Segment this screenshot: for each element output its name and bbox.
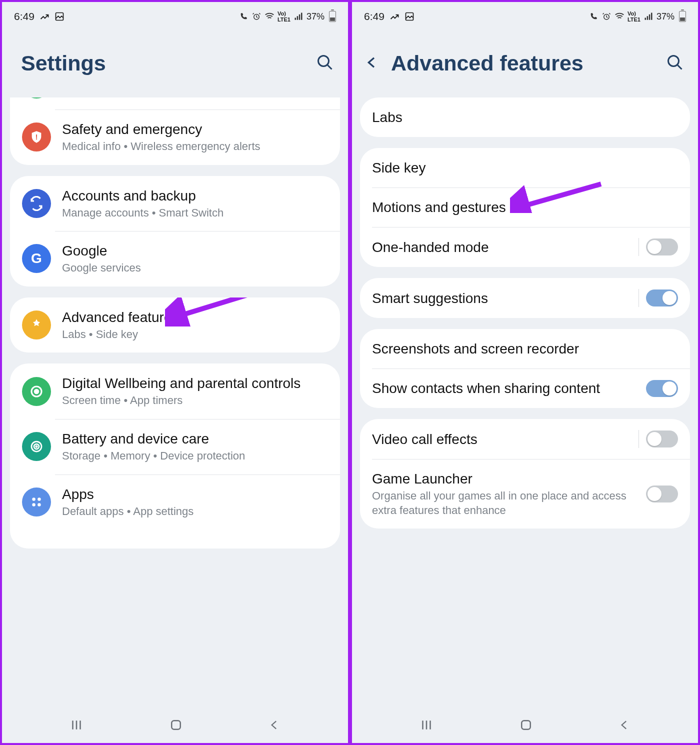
svg-point-10 <box>38 498 41 501</box>
signal-icon <box>644 12 654 22</box>
adv-item-showcontacts[interactable]: Show contacts when sharing content <box>360 368 690 408</box>
apps-icon <box>22 488 51 516</box>
nav-recents[interactable] <box>69 718 84 734</box>
adv-item-title: One-handed mode <box>372 238 638 256</box>
call-icon <box>238 12 248 22</box>
alarm-icon <box>602 12 612 22</box>
adv-item-sub: Organise all your games all in one place… <box>372 489 646 518</box>
svg-point-2 <box>318 56 329 66</box>
settings-item-accounts[interactable]: Accounts and backup Manage accounts • Sm… <box>10 176 340 232</box>
toggle-showcontacts[interactable] <box>646 380 678 397</box>
wellbeing-icon <box>22 377 51 406</box>
settings-list: Location requests ! Safety and emergency… <box>2 98 348 709</box>
page-title: Advanced features <box>391 51 666 76</box>
svg-point-11 <box>32 503 36 506</box>
advanced-list: Labs Side key Motions and gestures One-h… <box>352 98 698 709</box>
adv-item-smart[interactable]: Smart suggestions <box>360 278 690 318</box>
settings-group-4: Digital Wellbeing and parental controls … <box>10 364 340 548</box>
adv-item-gamelauncher[interactable]: Game Launcher Organise all your games al… <box>360 459 690 528</box>
nav-back[interactable] <box>618 718 631 734</box>
settings-item-advanced[interactable]: Advanced features Labs • Side key <box>10 298 340 353</box>
settings-item-location[interactable]: Location requests <box>10 98 340 110</box>
adv-item-motions[interactable]: Motions and gestures <box>360 188 690 227</box>
adv-item-title: Screenshots and screen recorder <box>372 340 678 358</box>
adv-item-video[interactable]: Video call effects <box>360 419 690 459</box>
safety-icon: ! <box>22 122 51 152</box>
settings-item-title: Accounts and backup <box>62 187 328 204</box>
page-title: Settings <box>21 51 316 76</box>
accounts-icon <box>22 189 51 218</box>
call-icon <box>588 12 598 22</box>
settings-item-safety[interactable]: ! Safety and emergency Medical info • Wi… <box>10 110 340 165</box>
picture-icon <box>404 12 414 22</box>
adv-group-5: Video call effects Game Launcher Organis… <box>360 419 690 528</box>
status-time: 6:49 <box>364 10 384 22</box>
settings-item-sub: Screen time • App timers <box>62 394 328 408</box>
svg-point-8 <box>36 446 38 448</box>
status-time: 6:49 <box>14 10 34 22</box>
settings-group-2: Accounts and backup Manage accounts • Sm… <box>10 176 340 286</box>
settings-item-sub: Default apps • App settings <box>62 504 328 519</box>
navigation-bar <box>2 709 348 743</box>
adv-item-labs[interactable]: Labs <box>360 98 690 137</box>
nav-home[interactable] <box>518 718 534 734</box>
missed-call-icon <box>40 12 50 22</box>
wifi-icon <box>614 12 624 22</box>
status-bar: 6:49 Vo)LTE1 37% <box>2 2 348 31</box>
adv-item-title: Show contacts when sharing content <box>372 380 646 397</box>
location-icon <box>22 98 51 98</box>
signal-icon <box>294 12 304 22</box>
svg-point-9 <box>32 498 36 501</box>
nav-recents[interactable] <box>419 718 434 734</box>
back-button[interactable] <box>364 54 380 72</box>
settings-item-title: Advanced features <box>62 308 328 326</box>
settings-item-sub: Labs • Side key <box>62 328 328 342</box>
advanced-icon <box>22 310 51 340</box>
settings-item-title: Battery and device care <box>62 430 328 448</box>
battery-icon <box>329 11 336 22</box>
svg-point-16 <box>668 56 679 66</box>
settings-item-title: Apps <box>62 486 328 503</box>
battery-care-icon <box>22 432 51 461</box>
toggle-separator <box>638 430 639 448</box>
alarm-icon <box>252 12 262 22</box>
adv-item-title: Smart suggestions <box>372 290 638 307</box>
status-bar: 6:49 Vo)LTE1 37% <box>352 2 698 31</box>
svg-rect-13 <box>172 720 180 730</box>
adv-item-screenshots[interactable]: Screenshots and screen recorder <box>360 329 690 368</box>
adv-item-title: Motions and gestures <box>372 198 678 216</box>
adv-item-sidekey[interactable]: Side key <box>360 148 690 188</box>
svg-text:!: ! <box>36 133 38 141</box>
settings-item-sub: Google services <box>62 261 328 276</box>
toggle-separator <box>638 289 639 307</box>
status-battery-pct: 37% <box>656 12 674 22</box>
toggle-video[interactable] <box>646 430 678 448</box>
adv-group-2: Side key Motions and gestures One-handed… <box>360 148 690 267</box>
svg-point-5 <box>34 390 38 394</box>
svg-point-12 <box>38 503 41 506</box>
settings-item-apps[interactable]: Apps Default apps • App settings <box>10 474 340 549</box>
navigation-bar <box>352 709 698 743</box>
missed-call-icon <box>390 12 400 22</box>
settings-group-1: Location requests ! Safety and emergency… <box>10 98 340 165</box>
toggle-smart[interactable] <box>646 290 678 306</box>
google-icon: G <box>22 244 51 273</box>
settings-header: Settings <box>2 31 348 98</box>
battery-icon <box>679 11 686 22</box>
toggle-onehanded[interactable] <box>646 238 678 256</box>
adv-item-title: Game Launcher <box>372 470 646 488</box>
toggle-gamelauncher[interactable] <box>646 486 678 502</box>
svg-rect-17 <box>522 720 530 730</box>
adv-item-title: Side key <box>372 159 678 176</box>
settings-item-battery[interactable]: Battery and device care Storage • Memory… <box>10 419 340 474</box>
toggle-separator <box>638 238 639 256</box>
settings-item-wellbeing[interactable]: Digital Wellbeing and parental controls … <box>10 364 340 419</box>
picture-icon <box>54 12 64 22</box>
search-icon[interactable] <box>666 54 684 74</box>
nav-home[interactable] <box>168 718 184 734</box>
nav-back[interactable] <box>268 718 281 734</box>
settings-item-title: Google <box>62 242 328 260</box>
adv-item-onehanded[interactable]: One-handed mode <box>360 227 690 267</box>
settings-item-google[interactable]: G Google Google services <box>10 231 340 286</box>
search-icon[interactable] <box>316 54 334 74</box>
